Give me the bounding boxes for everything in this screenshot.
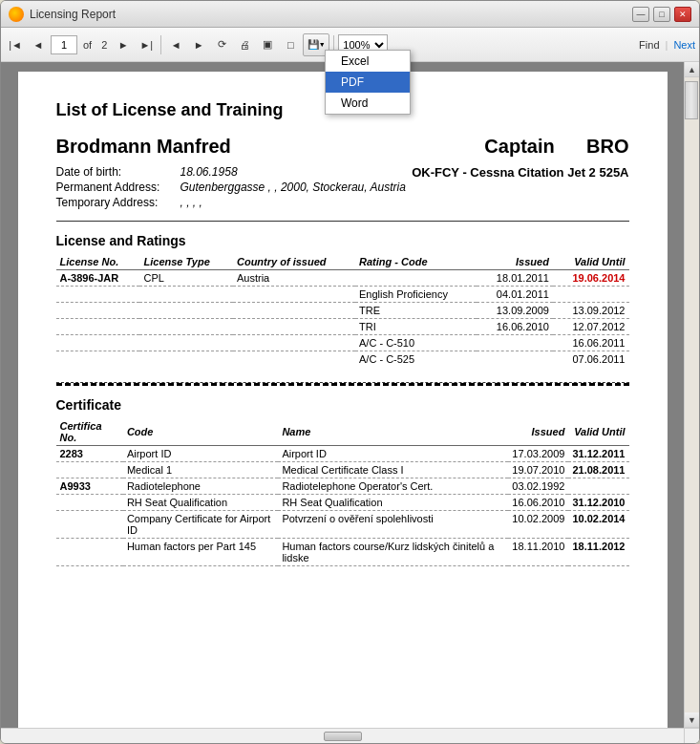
cert-name-cell: Radiotelephone Operator's Cert.: [278, 478, 508, 495]
cert-valid-cell: 18.11.2012: [568, 539, 628, 566]
first-page-button[interactable]: |◄: [5, 33, 26, 56]
aircraft-info: OK-FCY - Cessna Citation Jet 2 525A: [412, 165, 628, 180]
license-country-cell: Austria: [233, 270, 355, 287]
cert-table-row: Medical 1 Medical Certificate Class I 19…: [56, 462, 629, 478]
license-country-cell: [233, 319, 355, 335]
divider-1: [56, 221, 629, 222]
license-table-row: A/C - C-525 07.06.2011: [56, 351, 629, 368]
separator-3: |: [666, 39, 668, 51]
hscroll-track[interactable]: [1, 729, 684, 743]
license-table-header-row: License No. License Type Country of issu…: [56, 254, 629, 270]
cert-col-name: Name: [278, 418, 508, 446]
cert-table-header-row: Certifica No. Code Name Issued Valid Unt…: [56, 418, 629, 446]
last-page-button[interactable]: ►|: [136, 33, 157, 56]
license-no-cell: [56, 351, 140, 368]
cert-col-valid: Valid Until: [568, 418, 628, 446]
dob-row: Date of birth: 18.06.1958: [56, 165, 406, 179]
page-total-label: 2: [101, 39, 107, 51]
license-type-cell: [139, 335, 233, 351]
cert-code-cell: RH Seat Qualification: [123, 495, 278, 511]
page-number-input[interactable]: 1: [51, 35, 77, 54]
temp-addr-value: , , , ,: [180, 196, 202, 209]
page-view-button[interactable]: □: [280, 33, 301, 56]
license-rating-cell: English Proficiency: [355, 287, 477, 303]
cert-valid-cell: [568, 478, 628, 495]
dropdown-arrow-icon: ▼: [319, 41, 326, 48]
prev-page-button[interactable]: ◄: [28, 33, 49, 56]
forward-button[interactable]: ►: [188, 33, 209, 56]
temp-addr-row: Temporary Address: , , , ,: [56, 196, 406, 209]
license-table-row: A-3896-JAR CPL Austria 18.01.2011 19.06.…: [56, 270, 629, 287]
cert-issued-cell: 03.02.1992: [508, 478, 568, 495]
person-left-info: Date of birth: 18.06.1958 Permanent Addr…: [56, 165, 406, 211]
license-valid-cell: 07.06.2011: [553, 351, 629, 368]
window-title: Licensing Report: [30, 8, 632, 21]
vertical-scrollbar[interactable]: ▲ ▼: [684, 62, 699, 728]
cert-issued-cell: 10.02.2009: [508, 511, 568, 539]
license-type-cell: [139, 287, 233, 303]
license-issued-cell: 16.06.2010: [477, 319, 553, 335]
export-pdf-item[interactable]: PDF: [326, 72, 410, 93]
title-bar-buttons: — □ ✕: [632, 7, 691, 22]
cert-valid-cell: 31.12.2011: [568, 446, 628, 462]
license-col-type: License Type: [139, 254, 233, 270]
license-type-cell: [139, 319, 233, 335]
cert-no-cell: [56, 539, 123, 566]
license-rating-cell: TRE: [355, 303, 477, 319]
divider-2: [56, 382, 629, 386]
cert-valid-cell: 21.08.2011: [568, 462, 628, 478]
cert-col-no: Certifica No.: [56, 418, 123, 446]
maximize-button[interactable]: □: [653, 7, 670, 22]
cert-no-cell: [56, 495, 123, 511]
license-col-no: License No.: [56, 254, 140, 270]
minimize-button[interactable]: —: [632, 7, 649, 22]
person-role: Captain: [484, 136, 554, 157]
license-no-cell: [56, 287, 140, 303]
license-valid-cell: 19.06.2014: [553, 270, 629, 287]
refresh-button[interactable]: ⟳: [211, 33, 232, 56]
next-page-button[interactable]: ►: [113, 33, 134, 56]
license-no-cell: [56, 335, 140, 351]
scroll-down-button[interactable]: ▼: [685, 712, 699, 728]
layout-button[interactable]: ▣: [257, 33, 278, 56]
person-role-code: Captain BRO: [484, 136, 628, 158]
print-button[interactable]: 🖨: [234, 33, 255, 56]
cert-no-cell: [56, 462, 123, 478]
cert-col-issued: Issued: [508, 418, 568, 446]
license-col-rating: Rating - Code: [355, 254, 477, 270]
license-no-cell: A-3896-JAR: [56, 270, 140, 287]
license-table-row: A/C - C-510 16.06.2011: [56, 335, 629, 351]
export-excel-item[interactable]: Excel: [326, 51, 410, 72]
license-no-cell: [56, 319, 140, 335]
license-issued-cell: 13.09.2009: [477, 303, 553, 319]
scroll-corner: [684, 729, 699, 744]
cert-no-cell: A9933: [56, 478, 123, 495]
temp-addr-label: Temporary Address:: [56, 196, 180, 209]
cert-code-cell: Company Certificate for Airport ID: [123, 511, 278, 539]
license-type-cell: [139, 303, 233, 319]
cert-no-cell: 2283: [56, 446, 123, 462]
main-window: Licensing Report — □ ✕ |◄ ◄ 1 of 2 ► ►| …: [0, 0, 700, 744]
license-table-row: TRI 16.06.2010 12.07.2012: [56, 319, 629, 335]
license-table: License No. License Type Country of issu…: [56, 254, 629, 367]
report-scroll[interactable]: List of License and Training Brodmann Ma…: [1, 62, 684, 728]
license-valid-cell: 16.06.2011: [553, 335, 629, 351]
scroll-up-button[interactable]: ▲: [685, 62, 699, 77]
license-col-issued: Issued: [477, 254, 553, 270]
cert-issued-cell: 18.11.2010: [508, 539, 568, 566]
cert-valid-cell: 10.02.2014: [568, 511, 628, 539]
report-page: List of License and Training Brodmann Ma…: [18, 72, 668, 728]
cert-name-cell: Potvrzení o ověření spolehlivosti: [278, 511, 508, 539]
back-button[interactable]: ◄: [165, 33, 186, 56]
close-button[interactable]: ✕: [674, 7, 691, 22]
horizontal-scrollbar[interactable]: [1, 728, 699, 743]
cert-table-row: 2283 Airport ID Airport ID 17.03.2009 31…: [56, 446, 629, 462]
export-word-item[interactable]: Word: [326, 93, 410, 114]
next-link[interactable]: Next: [673, 39, 695, 51]
hscroll-thumb[interactable]: [324, 732, 362, 741]
separator-1: [160, 35, 161, 54]
cert-issued-cell: 16.06.2010: [508, 495, 568, 511]
scroll-thumb[interactable]: [685, 81, 698, 119]
scroll-track[interactable]: [685, 77, 699, 712]
export-dropdown: Excel PDF Word: [325, 50, 411, 115]
